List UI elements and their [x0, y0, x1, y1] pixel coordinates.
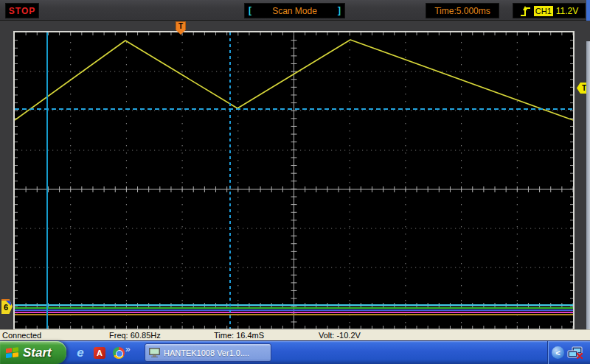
windows-taskbar: Start e A » HANTEK1008 Ver1.0.... <: [0, 340, 590, 364]
rising-edge-icon: [520, 5, 531, 17]
chrome-icon[interactable]: [112, 346, 125, 360]
start-button-label: Start: [23, 346, 52, 360]
channel-6-marker-label: 6: [4, 303, 8, 312]
scope-display-frame: T T 6: [0, 21, 590, 329]
window-border-right: [586, 41, 590, 350]
internet-explorer-icon[interactable]: e: [74, 346, 87, 360]
quick-launch-overflow-chevron[interactable]: »: [125, 344, 131, 354]
run-state-label: STOP: [9, 6, 35, 16]
run-state-indicator: STOP: [5, 3, 39, 18]
timebase-label: Time:5.000ms: [434, 6, 490, 16]
channel-6-zero-marker[interactable]: 6: [1, 299, 13, 314]
voltage-readout: Volt: -10.2V: [319, 331, 361, 340]
frequency-readout: Freq: 60.85Hz: [109, 331, 161, 340]
trigger-indicator: CH1 11.2V: [513, 3, 586, 18]
timebase-indicator: Time:5.000ms: [426, 3, 499, 18]
scope-canvas: [15, 32, 573, 329]
scope-top-bar: STOP [ Scan Mode ] Time:5.000ms CH1 11.2…: [0, 0, 590, 21]
taskbar-window-button[interactable]: HANTEK1008 Ver1.0....: [145, 343, 271, 362]
windows-logo-icon: [6, 347, 19, 359]
scan-mode-indicator: [ Scan Mode ]: [244, 3, 345, 18]
window-border-top-right: [586, 0, 590, 21]
trigger-channel-badge: CH1: [534, 6, 553, 16]
app-window-icon: [149, 348, 160, 357]
scope-graticule-area: [13, 31, 575, 330]
start-button[interactable]: Start: [0, 341, 66, 364]
system-tray: <: [547, 341, 590, 364]
trigger-voltage-label: 11.2V: [556, 6, 578, 16]
bracket-right: ]: [338, 5, 341, 15]
network-disconnected-icon[interactable]: [567, 346, 583, 360]
connection-status: Connected: [2, 331, 41, 340]
pdf-reader-icon[interactable]: A: [93, 346, 106, 360]
tray-collapse-chevron[interactable]: <: [552, 346, 564, 359]
trigger-time-marker-label: T: [178, 22, 183, 30]
status-bar: Connected Freq: 60.85Hz Time: 16.4mS Vol…: [0, 329, 590, 340]
quick-launch-bar: e A: [74, 341, 125, 364]
oscilloscope-app-window: STOP [ Scan Mode ] Time:5.000ms CH1 11.2…: [0, 0, 590, 364]
taskbar-window-title: HANTEK1008 Ver1.0....: [164, 349, 249, 357]
time-readout: Time: 16.4mS: [214, 331, 264, 340]
scan-mode-label: Scan Mode: [272, 6, 317, 16]
bracket-left: [: [249, 5, 251, 15]
